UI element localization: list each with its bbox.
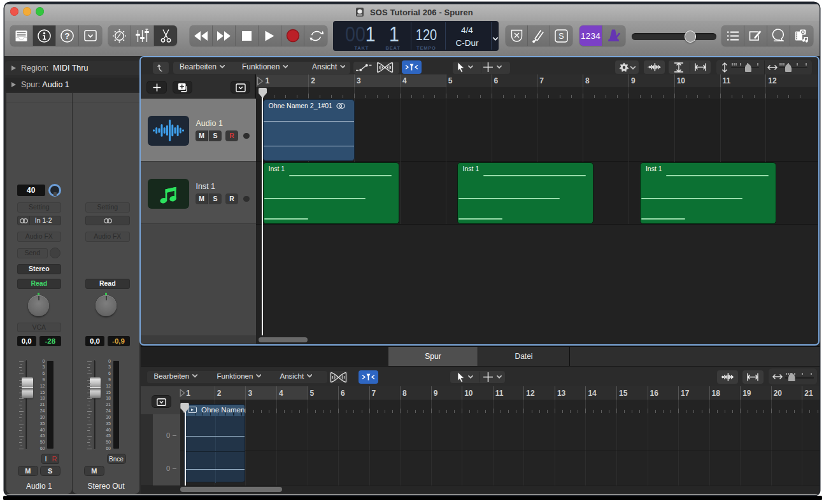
svg-text:?: ?	[65, 31, 70, 41]
svg-text:S: S	[558, 32, 564, 41]
